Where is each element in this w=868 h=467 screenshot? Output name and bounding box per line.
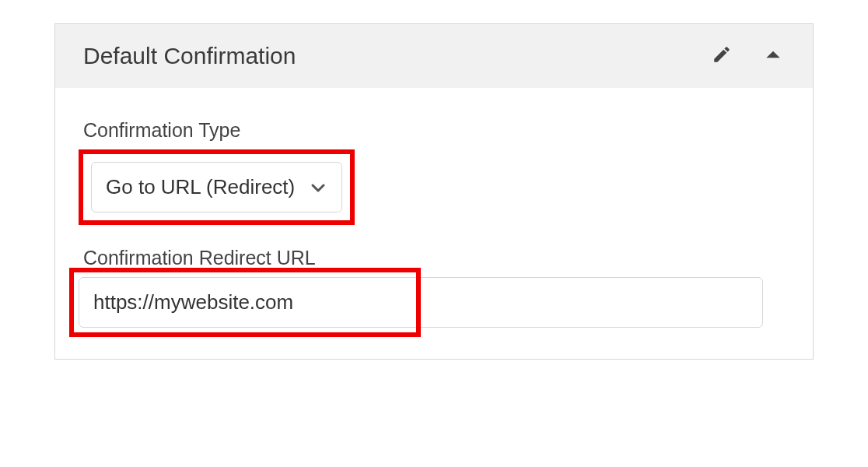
confirmation-type-label: Confirmation Type (79, 119, 789, 142)
edit-button[interactable] (710, 44, 733, 68)
confirmation-panel: Default Confirmation Confirmation Type G… (54, 23, 814, 360)
panel-header: Default Confirmation (55, 24, 813, 88)
panel-title: Default Confirmation (83, 43, 296, 69)
confirmation-type-select[interactable]: Go to URL (Redirect) (91, 162, 342, 212)
pencil-icon (712, 44, 732, 68)
confirmation-type-field: Confirmation Type Go to URL (Redirect) (79, 119, 789, 225)
panel-body: Confirmation Type Go to URL (Redirect) C… (55, 88, 813, 359)
redirect-url-label: Confirmation Redirect URL (79, 247, 789, 269)
select-value: Go to URL (Redirect) (106, 175, 295, 199)
panel-actions (710, 44, 785, 68)
redirect-url-field: Confirmation Redirect URL (79, 247, 789, 328)
redirect-url-wrap (79, 277, 789, 328)
chevron-down-icon (309, 178, 327, 197)
collapse-button[interactable] (761, 44, 785, 68)
highlight-annotation: Go to URL (Redirect) (79, 149, 355, 225)
chevron-up-icon (763, 44, 783, 68)
redirect-url-input[interactable] (79, 277, 763, 328)
